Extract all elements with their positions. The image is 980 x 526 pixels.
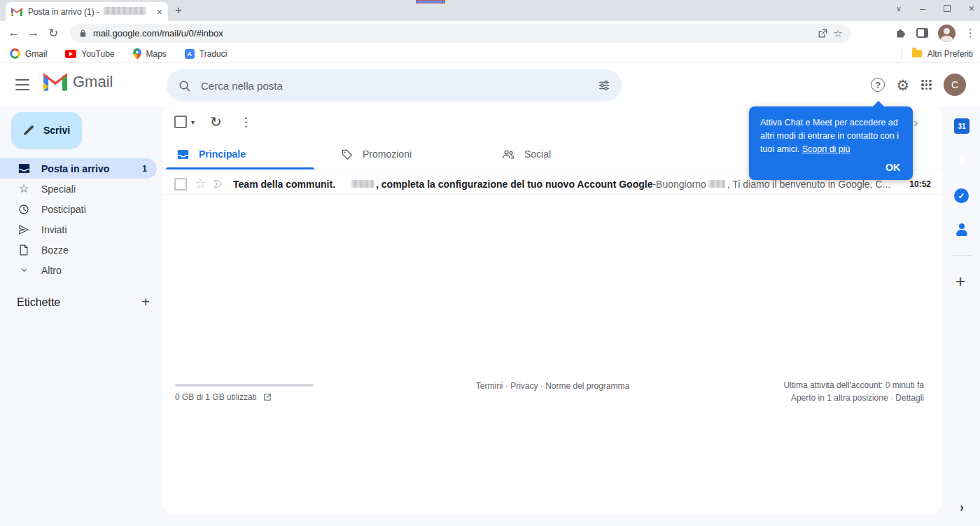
email-sender: Team della communit. [233, 179, 349, 190]
tab-social[interactable]: Social [488, 139, 648, 169]
new-tab-button[interactable]: + [175, 4, 182, 18]
extensions-icon[interactable] [895, 27, 906, 39]
bookmark-youtube[interactable]: YouTube [65, 49, 114, 59]
help-icon[interactable]: ? [871, 78, 885, 92]
gmail-favicon [11, 8, 22, 16]
importance-marker-icon[interactable] [213, 179, 223, 188]
bookmark-maps[interactable]: Maps [133, 48, 167, 60]
sidebar-item-starred[interactable]: ☆ Speciali [0, 179, 157, 199]
more-options-icon[interactable]: ⋮ [240, 115, 252, 130]
select-caret-icon[interactable]: ▾ [191, 118, 195, 126]
chat-meet-tooltip: Attiva Chat e Meet per accedere ad altri… [749, 106, 913, 180]
gmail-m-icon [43, 73, 67, 91]
browser-window: Posta in arrivo (1) - × + ∨ – × ← → ↻ ma… [0, 0, 980, 526]
side-panel-icon[interactable] [916, 28, 928, 38]
search-options-icon[interactable] [598, 79, 610, 92]
email-time: 10:52 [909, 179, 931, 189]
bookmark-gmail[interactable]: Gmail [10, 48, 47, 59]
gmail-app: Gmail ? ⚙ C [0, 63, 980, 526]
tab-primary[interactable]: Principale [163, 139, 323, 169]
menu-icon[interactable]: ⋮ [965, 27, 976, 39]
maps-pin-icon [133, 48, 141, 60]
close-button[interactable]: × [969, 3, 974, 14]
toolbar-right: ⋮ [895, 21, 976, 45]
back-button[interactable]: ← [4, 26, 24, 40]
youtube-icon [65, 50, 76, 58]
divider [902, 48, 902, 60]
send-icon [18, 224, 30, 235]
account-activity-line2[interactable]: Aperto in 1 altra posizione · Dettagli [791, 393, 924, 403]
sidebar-item-drafts[interactable]: Bozze [0, 240, 157, 260]
side-panel-expand-icon[interactable]: › [960, 500, 964, 515]
ok-button[interactable]: OK [760, 162, 902, 173]
tab-close-icon[interactable]: × [157, 7, 162, 17]
email-star-icon[interactable]: ☆ [195, 176, 206, 192]
clock-icon [18, 204, 30, 215]
add-addon-button[interactable]: + [955, 272, 965, 291]
reload-button[interactable]: ↻ [43, 26, 63, 41]
gmail-header: Gmail ? ⚙ C [0, 63, 980, 106]
apps-grid-icon[interactable] [920, 79, 932, 91]
maximize-button[interactable] [944, 5, 951, 12]
address-bar[interactable]: mail.google.com/mail/u/0/#inbox ☆ [70, 24, 851, 43]
tooltip-text: Attiva Chat e Meet per accedere ad altri… [760, 118, 899, 154]
draft-icon [18, 244, 30, 256]
header-actions: ? ⚙ C [871, 63, 966, 106]
redacted-strip [416, 0, 445, 4]
url-text[interactable]: mail.google.com/mail/u/0/#inbox [93, 28, 811, 39]
select-all-checkbox[interactable] [174, 116, 187, 128]
bookmark-translate[interactable]: A Traduci [185, 49, 227, 59]
translate-icon: A [185, 49, 195, 59]
account-activity-line1: Ultima attività dell'account: 0 minuti f… [784, 380, 924, 390]
other-bookmarks[interactable]: Altri Preferiti [902, 48, 973, 60]
gear-icon[interactable]: ⚙ [896, 78, 909, 92]
lock-icon[interactable] [78, 29, 88, 38]
sidebar-item-snoozed[interactable]: Posticipati [0, 199, 157, 219]
search-input[interactable] [201, 80, 588, 92]
redacted-name [351, 180, 374, 188]
pencil-icon [22, 124, 35, 137]
redacted-email [104, 7, 146, 15]
redacted-name [708, 180, 725, 188]
tasks-icon[interactable]: ✓ [954, 188, 969, 203]
forward-button[interactable]: → [24, 26, 43, 40]
tab-search-icon[interactable]: ∨ [896, 4, 902, 13]
gmail-logo[interactable]: Gmail [43, 73, 113, 91]
minimize-button[interactable]: – [920, 3, 925, 14]
email-checkbox[interactable] [174, 178, 187, 191]
rail-divider [951, 255, 972, 256]
profile-avatar[interactable] [938, 25, 955, 42]
open-in-new-icon[interactable] [262, 392, 272, 402]
google-g-icon [10, 48, 20, 59]
active-tab-underline [166, 167, 314, 169]
bookmark-star-icon[interactable]: ☆ [834, 27, 843, 40]
next-page-icon[interactable]: › [913, 115, 918, 130]
share-icon[interactable] [817, 28, 828, 39]
bookmarks-bar: Gmail YouTube Maps A Traduci Altri Pr [0, 45, 980, 63]
window-controls: ∨ – × [896, 3, 974, 14]
inbox-icon [18, 163, 30, 174]
sidebar-item-inbox[interactable]: Posta in arrivo 1 [0, 158, 157, 179]
people-icon [502, 148, 514, 160]
sidebar-item-sent[interactable]: Inviati [0, 219, 157, 240]
account-avatar[interactable]: C [944, 74, 966, 96]
search-bar[interactable] [167, 69, 622, 102]
hamburger-menu-icon[interactable] [14, 78, 31, 92]
tab-title: Posta in arrivo (1) - [28, 7, 151, 17]
chevron-down-icon [18, 265, 30, 275]
star-icon: ☆ [18, 181, 30, 196]
search-icon[interactable] [178, 79, 191, 92]
tab-strip: Posta in arrivo (1) - × + ∨ – × [0, 0, 980, 21]
browser-toolbar: ← → ↻ mail.google.com/mail/u/0/#inbox ☆ … [0, 21, 980, 45]
add-label-button[interactable]: + [141, 294, 150, 310]
inbox-tab-icon [177, 149, 189, 160]
refresh-icon[interactable]: ↻ [210, 113, 222, 130]
browser-tab[interactable]: Posta in arrivo (1) - × [6, 2, 168, 21]
sidebar-item-more[interactable]: Altro [0, 260, 157, 280]
tab-promotions[interactable]: Promozioni [327, 139, 486, 169]
compose-button[interactable]: Scrivi [11, 112, 82, 148]
learn-more-link[interactable]: Scopri di più [802, 144, 850, 154]
calendar-icon[interactable]: 31 [954, 118, 969, 134]
folder-icon [912, 50, 922, 57]
labels-header-row: Etichette + [17, 294, 150, 310]
